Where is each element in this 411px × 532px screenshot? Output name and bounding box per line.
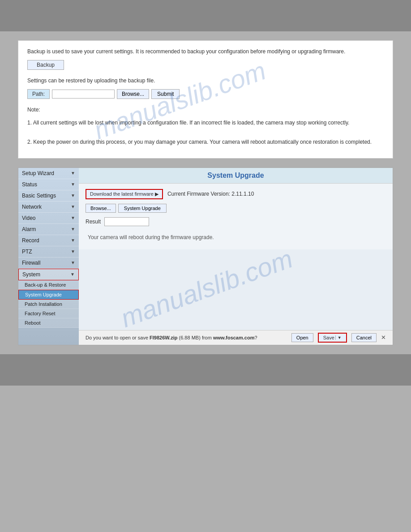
chevron-icon-system: ▼	[70, 272, 75, 277]
sidebar-label-alarm: Alarm	[22, 226, 36, 232]
open-button[interactable]: Open	[291, 333, 313, 342]
download-filesize: (6.88 MB)	[179, 335, 201, 340]
save-button[interactable]: Save ▼	[318, 333, 347, 343]
download-text-suffix: ?	[254, 335, 257, 340]
download-firmware-button[interactable]: Download the latest firmware ▶	[86, 189, 163, 199]
chevron-icon-network: ▼	[71, 204, 75, 209]
sidebar-label-record: Record	[22, 237, 39, 244]
download-text-prefix: Do you want to open or save	[86, 335, 150, 340]
browse-firmware-button[interactable]: Browse...	[86, 204, 116, 213]
cancel-button[interactable]: Cancel	[351, 333, 377, 342]
download-filename: FI9826W.zip	[150, 335, 177, 340]
path-input[interactable]	[52, 90, 115, 99]
sidebar-item-basic-settings[interactable]: Basic Settings ▼	[18, 190, 79, 202]
save-label: Save	[323, 335, 334, 340]
sidebar-sub-label-system-upgrade: System Upgrade	[25, 292, 62, 297]
chevron-icon-basic-settings: ▼	[71, 193, 75, 198]
top-bar	[0, 0, 411, 31]
restore-description: Settings can be restored by uploading th…	[27, 77, 384, 85]
sidebar-sub-item-patch-installation[interactable]: Patch Installation	[18, 300, 79, 309]
sidebar-item-video[interactable]: Video ▼	[18, 213, 79, 224]
sidebar-item-ptz[interactable]: PTZ ▼	[18, 246, 79, 257]
note-header: Note:	[27, 106, 384, 114]
sidebar-item-alarm[interactable]: Alarm ▼	[18, 224, 79, 235]
note-1: 1. All current settings will be lost whe…	[27, 119, 384, 127]
main-header: System Upgrade	[79, 168, 393, 184]
sidebar-label-firewall: Firewall	[22, 260, 40, 266]
backup-description: Backup is used to save your current sett…	[27, 47, 384, 56]
sidebar-sub-label-patch-installation: Patch Installation	[25, 301, 62, 307]
sidebar-label-ptz: PTZ	[22, 249, 32, 255]
sidebar-item-firewall[interactable]: Firewall ▼	[18, 257, 79, 269]
download-bar: Do you want to open or save FI9826W.zip …	[79, 330, 393, 345]
chevron-icon-status: ▼	[71, 182, 75, 187]
path-label: Path:	[27, 89, 50, 99]
chevron-icon-record: ▼	[71, 238, 75, 243]
main-content: System Upgrade Download the latest firmw…	[79, 168, 393, 345]
browse-button[interactable]: Browse...	[117, 89, 149, 99]
sidebar-item-system[interactable]: System ▼	[18, 269, 79, 280]
sidebar-label-video: Video	[22, 215, 35, 221]
sidebar-item-network[interactable]: Network ▼	[18, 202, 79, 213]
note-2: 2. Keep the power on during this process…	[27, 138, 384, 146]
sidebar-sub-menu: Back-up & Restore System Upgrade Patch I…	[18, 280, 79, 328]
chevron-icon-firewall: ▼	[71, 260, 75, 265]
sidebar-label-network: Network	[22, 204, 42, 210]
sidebar-sub-label-reboot: Reboot	[25, 320, 40, 326]
chevron-icon-video: ▼	[71, 215, 75, 220]
sidebar-item-record[interactable]: Record ▼	[18, 235, 79, 246]
sidebar-sub-item-factory-reset[interactable]: Factory Reset	[18, 309, 79, 318]
download-bar-text: Do you want to open or save FI9826W.zip …	[86, 335, 287, 340]
sidebar-label-basic-settings: Basic Settings	[22, 193, 56, 199]
save-dropdown-arrow-icon[interactable]: ▼	[335, 335, 342, 340]
sidebar-label-status: Status	[22, 181, 37, 188]
sidebar-item-setup-wizard[interactable]: Setup Wizard ▼	[18, 168, 79, 179]
submit-button[interactable]: Submit	[151, 89, 180, 99]
sidebar-label-system: System	[22, 271, 40, 278]
reboot-notice: Your camera will reboot during the firmw…	[86, 231, 386, 244]
main-empty-area	[79, 249, 393, 330]
chevron-icon-alarm: ▼	[71, 227, 75, 232]
backup-section: Backup is used to save your current sett…	[18, 40, 393, 159]
main-body: Download the latest firmware ▶ Current F…	[79, 184, 393, 249]
firmware-version: Current Firmware Version: 2.11.1.10	[167, 191, 254, 197]
download-domain: www.foscam.com	[213, 335, 255, 340]
result-input	[104, 217, 149, 226]
sidebar-item-status[interactable]: Status ▼	[18, 179, 79, 190]
bottom-bar	[0, 354, 411, 386]
result-label: Result	[86, 219, 101, 225]
chevron-icon-setup-wizard: ▼	[71, 171, 75, 176]
sidebar-sub-label-backup-restore: Back-up & Restore	[25, 282, 66, 287]
close-button[interactable]: ✕	[381, 334, 386, 341]
sidebar-sub-label-factory-reset: Factory Reset	[25, 311, 55, 316]
chevron-icon-ptz: ▼	[71, 249, 75, 254]
page-title: System Upgrade	[86, 172, 386, 180]
sidebar: Setup Wizard ▼ Status ▼ Basic Settings ▼…	[18, 168, 79, 345]
sidebar-sub-item-system-upgrade[interactable]: System Upgrade	[18, 290, 79, 300]
system-upgrade-button[interactable]: System Upgrade	[118, 204, 167, 213]
sidebar-sub-item-backup-restore[interactable]: Back-up & Restore	[18, 280, 79, 290]
sidebar-sub-item-reboot[interactable]: Reboot	[18, 318, 79, 328]
sidebar-label-setup-wizard: Setup Wizard	[22, 170, 54, 176]
download-text-from: from	[202, 335, 212, 340]
backup-button[interactable]: Backup	[27, 60, 64, 70]
